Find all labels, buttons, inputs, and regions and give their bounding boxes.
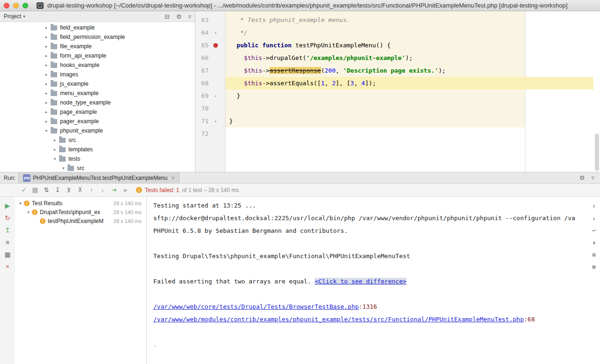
fold-icon[interactable]: ▾ xyxy=(209,30,223,35)
chevron-down-icon[interactable]: ▾ xyxy=(23,14,25,19)
chevron-down-icon[interactable]: ▾ xyxy=(44,128,49,133)
more-chevron-icon[interactable]: » xyxy=(120,185,130,195)
chevron-down-icon[interactable]: ▾ xyxy=(18,201,23,206)
close-run-panel-icon[interactable]: × xyxy=(2,261,13,272)
rerun-tests-icon[interactable]: ▶ xyxy=(2,201,13,211)
code-line[interactable]: } xyxy=(225,115,593,127)
code-line[interactable]: * Tests phpunit_example menus. xyxy=(225,14,593,26)
project-tree: ▸field_example▸field_permission_example▸… xyxy=(0,22,195,172)
project-tree-item[interactable]: ▸file_example xyxy=(0,42,195,51)
chevron-right-icon[interactable]: ▸ xyxy=(44,110,49,114)
clear-console-icon[interactable]: ⊠ xyxy=(589,262,599,272)
chevron-down-icon[interactable]: ▾ xyxy=(60,166,66,171)
soft-wrap-icon[interactable]: ↩ xyxy=(589,226,599,235)
run-tab[interactable]: php PHPUnitExampleMenuTest.testPhpUnitEx… xyxy=(18,172,179,183)
test-tree-item[interactable]: ▾!Drupal\Tests\phpunit_ex28 s 140 ms xyxy=(15,208,146,216)
code-line[interactable]: $this->drupalGet('/examples/phpunit-exam… xyxy=(225,52,593,64)
project-tree-item[interactable]: ▸images xyxy=(0,70,195,79)
print-icon[interactable]: ⊞ xyxy=(589,250,599,260)
chevron-right-icon[interactable]: ▸ xyxy=(52,147,58,152)
show-passed-icon[interactable]: ✓ xyxy=(19,185,29,195)
collapse-all-icon[interactable]: ⊼ xyxy=(75,185,85,195)
previous-failed-test-icon[interactable]: ↑ xyxy=(86,185,97,195)
code-line[interactable]: */ xyxy=(225,26,593,39)
run-settings-gear-icon[interactable]: ⚙ xyxy=(579,174,585,181)
code-line[interactable] xyxy=(225,127,593,140)
up-stack-trace-icon[interactable]: ↑ xyxy=(589,201,599,211)
project-tree-item[interactable]: ▸field_example xyxy=(0,23,195,32)
chevron-down-icon[interactable]: ▾ xyxy=(26,210,31,215)
fold-icon[interactable]: ▾ xyxy=(209,94,223,98)
fold-icon[interactable]: ▾ xyxy=(209,119,223,124)
project-tree-item[interactable]: ▸js_example xyxy=(0,79,195,89)
rerun-failed-tests-icon[interactable]: ↻ xyxy=(2,213,13,223)
console-line: Testing started at 13:25 ... xyxy=(153,199,584,212)
down-stack-trace-icon[interactable]: ↓ xyxy=(589,214,599,223)
zoom-window-button[interactable] xyxy=(22,3,28,8)
console[interactable]: Testing started at 13:25 ...sftp://docke… xyxy=(147,197,600,364)
project-tree-item[interactable]: ▸menu_example xyxy=(0,89,195,98)
project-tree-item[interactable]: ▸hooks_example xyxy=(0,60,195,70)
folder-label: images xyxy=(60,71,78,78)
project-tree-item[interactable]: ▸field_permission_example xyxy=(0,32,195,42)
stop-icon[interactable]: ■ xyxy=(2,237,13,247)
console-link[interactable]: /var/www/web/modules/contrib/examples/ph… xyxy=(153,316,524,323)
project-tree-item[interactable]: ▾phpunit_example xyxy=(0,126,195,135)
chevron-right-icon[interactable]: ▸ xyxy=(44,53,49,58)
chevron-down-icon[interactable]: ▾ xyxy=(52,156,58,161)
test-failed-gutter-icon[interactable] xyxy=(209,43,223,48)
chevron-right-icon[interactable]: ▸ xyxy=(44,35,49,39)
collapse-all-icon[interactable]: ⊟ xyxy=(165,13,170,20)
test-failed-icon: ! xyxy=(40,218,45,224)
restore-layout-icon[interactable]: ▦ xyxy=(2,249,13,260)
close-window-button[interactable] xyxy=(4,3,9,8)
chevron-right-icon[interactable]: ▸ xyxy=(44,72,49,77)
project-tree-item[interactable]: ▸form_api_example xyxy=(0,51,195,60)
chevron-right-icon[interactable]: ▸ xyxy=(44,63,49,67)
project-panel-title[interactable]: Project xyxy=(4,13,21,20)
chevron-right-icon[interactable]: ▸ xyxy=(44,44,49,49)
minimize-window-button[interactable] xyxy=(13,3,19,8)
test-tree-item[interactable]: ▾!Test Results28 s 140 ms xyxy=(15,199,146,208)
project-tree-item[interactable]: ▸templates xyxy=(0,145,195,154)
chevron-right-icon[interactable]: ▸ xyxy=(44,82,49,86)
chevron-right-icon[interactable]: ▸ xyxy=(44,91,49,96)
console-link[interactable]: <Click to see difference> xyxy=(315,278,406,285)
code-line[interactable]: public function testPhpUnitExampleMenu()… xyxy=(225,39,593,52)
code-line[interactable]: $this->assertResponse(200, 'Description … xyxy=(225,64,593,77)
chevron-right-icon[interactable]: ▸ xyxy=(44,100,49,105)
show-ignored-icon[interactable]: ▤ xyxy=(30,185,40,195)
next-failed-test-icon[interactable]: ↓ xyxy=(98,185,108,195)
code-line[interactable] xyxy=(225,102,593,115)
editor-scrollbar[interactable] xyxy=(595,134,599,171)
project-tree-item[interactable]: ▸pager_example xyxy=(0,117,195,126)
chevron-right-icon[interactable]: ▸ xyxy=(44,119,49,124)
project-tree-item[interactable]: ▾src xyxy=(0,163,195,172)
console-link[interactable]: /var/www/web/core/tests/Drupal/Tests/Bro… xyxy=(153,303,359,310)
sort-alphabetically-icon[interactable]: ⇅ xyxy=(41,185,52,195)
close-tab-icon[interactable]: × xyxy=(171,174,175,181)
chevron-right-icon[interactable]: ▸ xyxy=(44,25,49,30)
scroll-to-end-icon[interactable]: ⇟ xyxy=(589,238,599,247)
hide-panel-icon[interactable]: ▿ xyxy=(188,13,191,20)
gutter-line: 68 xyxy=(195,77,225,89)
project-tree-item[interactable]: ▾tests xyxy=(0,154,195,163)
settings-gear-icon[interactable]: ⚙ xyxy=(176,13,182,20)
code-line[interactable]: $this->assertEquals([1, 2], [3, 4]); xyxy=(225,77,593,89)
export-test-results-icon[interactable]: ⇥ xyxy=(109,185,119,195)
code-line[interactable]: } xyxy=(225,89,593,102)
code-area[interactable]: * Tests phpunit_example menus. */ public… xyxy=(225,11,600,172)
expand-all-icon[interactable]: ⊻ xyxy=(64,185,74,195)
run-toolbar-icons: ✓▤⇅↧⊻⊼↑↓⇥» xyxy=(19,185,130,195)
line-number: 64 xyxy=(195,29,209,36)
test-tree-item[interactable]: !testPhpUnitExampleM28 s 140 ms xyxy=(15,216,146,225)
sort-by-duration-icon[interactable]: ↧ xyxy=(52,185,63,195)
project-tree-item[interactable]: ▸page_example xyxy=(0,107,195,117)
chevron-right-icon[interactable]: ▸ xyxy=(52,138,58,142)
code-token: } xyxy=(229,118,233,125)
toggle-auto-test-icon[interactable]: ↥ xyxy=(2,225,13,235)
project-tree-item[interactable]: ▸src xyxy=(0,135,195,145)
folder-icon xyxy=(51,63,57,68)
hide-run-panel-icon[interactable]: ▿ xyxy=(591,174,594,181)
project-tree-item[interactable]: ▸node_type_example xyxy=(0,98,195,107)
